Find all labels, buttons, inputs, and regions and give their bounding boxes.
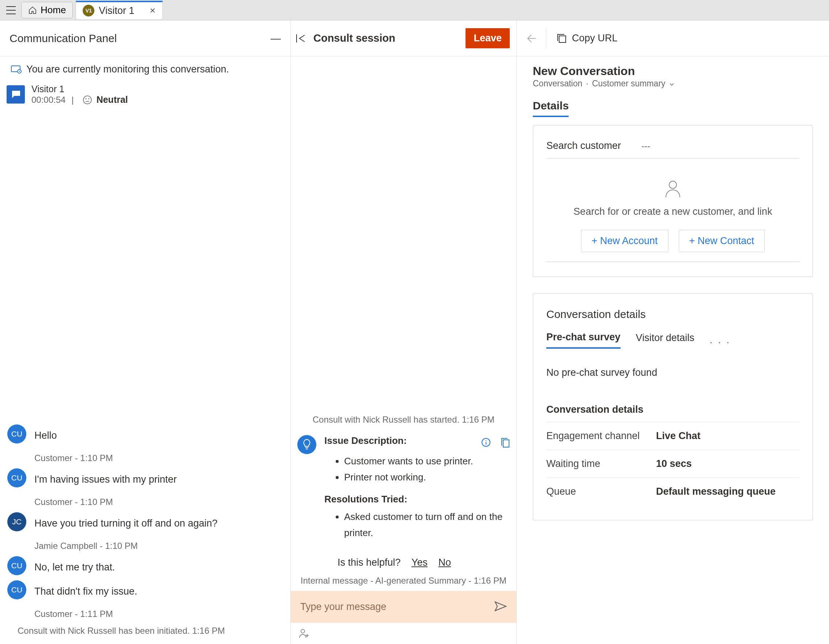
no-survey-message: No pre-chat survey found <box>546 367 799 378</box>
tab-prechat-survey[interactable]: Pre-chat survey <box>546 331 621 349</box>
search-customer-label: Search customer <box>546 140 621 152</box>
conversation-detail-tabs: Pre-chat survey Visitor details . . . <box>546 331 799 349</box>
session-tab[interactable]: V1 Visitor 1 ✕ <box>76 1 163 20</box>
detail-value: Live Chat <box>656 430 799 442</box>
copy-url-icon <box>556 33 567 44</box>
detail-row: Waiting time10 secs <box>546 450 799 478</box>
copy-url-button[interactable]: Copy URL <box>556 33 618 44</box>
ai-feedback: Is this helpful? Yes No <box>337 557 510 568</box>
list-item: Printer not working. <box>344 469 510 485</box>
consult-header: Consult session Leave <box>291 21 516 56</box>
add-person-icon[interactable] <box>299 628 310 639</box>
communication-panel: Communication Panel — You are currently … <box>0 21 291 644</box>
avatar: CU <box>7 425 26 444</box>
internal-message-meta: Internal message - AI-generated Summary … <box>297 576 510 586</box>
message-list: CUHelloCustomer - 1:10 PMCUI'm having is… <box>0 110 290 644</box>
chat-message: CUNo, let me try that. <box>7 556 283 575</box>
search-customer-value: --- <box>641 141 650 151</box>
hamburger-icon <box>6 6 16 14</box>
svg-point-3 <box>85 98 86 99</box>
avatar: JC <box>7 512 26 531</box>
details-panel: Copy URL New Conversation Conversation ·… <box>517 21 829 644</box>
home-tab[interactable]: Home <box>21 2 73 18</box>
empty-customer: Search for or create a new customer, and… <box>546 158 799 220</box>
new-account-button[interactable]: + New Account <box>581 230 668 252</box>
app-topbar: Home V1 Visitor 1 ✕ <box>0 0 829 21</box>
leave-button[interactable]: Leave <box>465 28 510 48</box>
toolbar-divider <box>546 28 546 49</box>
message-text: Hello <box>35 429 57 443</box>
svg-rect-6 <box>503 440 509 447</box>
detail-key: Queue <box>546 486 656 497</box>
detail-row: QueueDefault messaging queue <box>546 478 799 505</box>
avatar: CU <box>7 468 26 488</box>
message-text: That didn't fix my issue. <box>35 585 137 599</box>
consult-panel: Consult session Leave Consult with Nick … <box>291 21 517 644</box>
hamburger-menu[interactable] <box>4 3 18 17</box>
panel-title: Communication Panel <box>9 32 117 45</box>
feedback-no[interactable]: No <box>438 557 451 568</box>
avatar: CU <box>7 580 26 599</box>
message-meta: Customer - 1:11 PM <box>35 609 283 619</box>
message-text: Have you tried turning it off and on aga… <box>35 517 217 530</box>
chat-message: JCHave you tried turning it off and on a… <box>7 512 283 531</box>
consult-title: Consult session <box>314 32 395 44</box>
info-icon[interactable] <box>481 438 491 447</box>
collapse-left-icon[interactable] <box>296 34 306 43</box>
breadcrumb-entity: Conversation <box>533 79 583 88</box>
detail-key: Waiting time <box>546 458 656 469</box>
message-meta: Jamie Campbell - 1:10 PM <box>35 541 283 551</box>
resolution-list: Asked customer to turn off and on the pr… <box>344 508 510 541</box>
copy-icon[interactable] <box>501 438 510 448</box>
monitor-icon <box>11 65 22 74</box>
detail-value: 10 secs <box>656 458 799 469</box>
chevron-down-icon <box>669 83 674 86</box>
new-contact-button[interactable]: + New Contact <box>679 230 765 252</box>
active-session[interactable]: Visitor 1 00:00:54 | Neutral <box>0 79 290 110</box>
neutral-face-icon <box>83 95 92 105</box>
composer-input[interactable] <box>300 601 495 612</box>
conversation-details-title: Conversation details <box>546 308 799 320</box>
svg-point-4 <box>88 98 89 99</box>
back-icon[interactable] <box>526 34 536 43</box>
ai-summary-card: Issue Description: Customer wants to use… <box>297 435 510 549</box>
message-meta: Customer - 1:10 PM <box>35 453 283 463</box>
issue-description-heading: Issue Description: <box>325 435 407 447</box>
message-text: No, let me try that. <box>35 560 115 575</box>
chat-message: CUThat didn't fix my issue. <box>7 580 283 599</box>
avatar: CU <box>7 556 26 575</box>
customer-card: Search customer --- Search for or create… <box>533 125 813 277</box>
message-composer[interactable] <box>291 591 516 623</box>
monitor-banner-text: You are currently monitoring this conver… <box>26 64 229 75</box>
feedback-yes[interactable]: Yes <box>411 557 427 568</box>
session-name: Visitor 1 <box>32 84 128 95</box>
chat-message: CUHello <box>7 425 283 444</box>
detail-value: Default messaging queue <box>656 486 799 497</box>
monitor-banner: You are currently monitoring this conver… <box>0 56 290 79</box>
breadcrumb-form-selector[interactable]: Customer summary <box>592 79 674 88</box>
close-tab-icon[interactable]: ✕ <box>150 6 156 15</box>
list-item: Customer wants to use printer. <box>344 453 510 469</box>
details-tab[interactable]: Details <box>533 99 569 117</box>
tab-overflow[interactable]: . . . <box>710 335 731 346</box>
session-tab-label: Visitor 1 <box>99 5 134 16</box>
tab-visitor-details[interactable]: Visitor details <box>636 332 694 348</box>
sentiment-indicator: Neutral <box>83 95 128 105</box>
chat-message: CUI'm having issues with my printer <box>7 468 283 488</box>
sentiment-label: Neutral <box>96 95 128 105</box>
copy-url-label: Copy URL <box>572 33 618 44</box>
message-text: I'm having issues with my printer <box>35 473 177 487</box>
session-timer: 00:00:54 <box>32 95 65 105</box>
panel-header: Communication Panel — <box>0 21 290 56</box>
details-toolbar: Copy URL <box>517 21 829 56</box>
person-icon <box>664 180 681 198</box>
empty-customer-text: Search for or create a new customer, and… <box>574 206 772 217</box>
card-divider <box>546 262 799 262</box>
chat-icon <box>6 85 25 104</box>
issue-list: Customer wants to use printer.Printer no… <box>344 453 510 485</box>
panel-minimize-button[interactable]: — <box>271 33 281 44</box>
send-icon[interactable] <box>495 601 507 612</box>
message-meta: Customer - 1:10 PM <box>35 497 283 507</box>
search-customer-row[interactable]: Search customer --- <box>546 140 799 158</box>
svg-rect-8 <box>559 36 566 43</box>
